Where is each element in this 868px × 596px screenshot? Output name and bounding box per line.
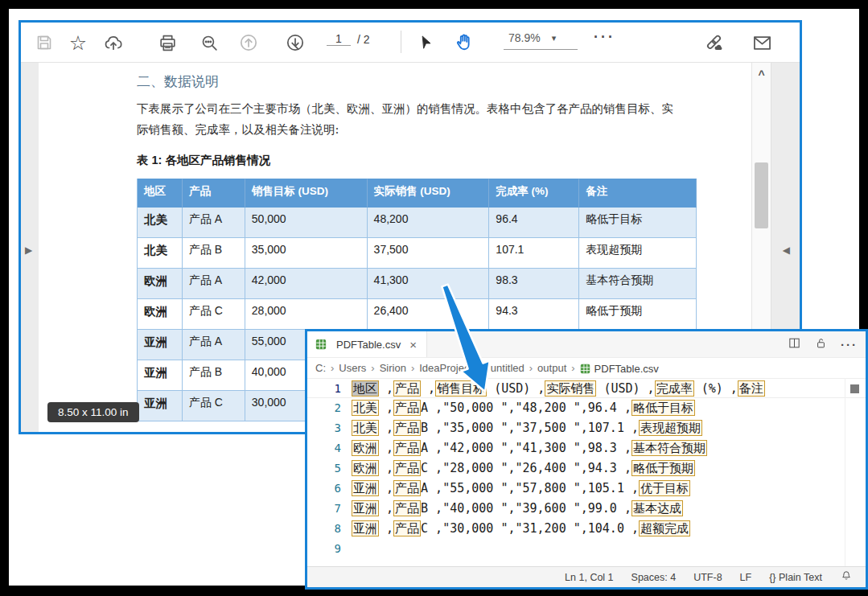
- email-icon[interactable]: [749, 31, 775, 55]
- breadcrumb-item[interactable]: C:: [315, 362, 326, 374]
- plain-text: ,: [379, 461, 393, 475]
- table-cell: 产品 C: [183, 391, 245, 421]
- table-cell: 48,200: [368, 208, 490, 238]
- table-cell: 欧洲: [138, 269, 183, 299]
- table-cell: 北美: [138, 208, 183, 238]
- table-header-cell: 完成率 (%): [489, 179, 579, 208]
- line-content: 欧洲 ,产品C ,"28,000 ","26,400 ",94.3 ,略低于预期: [352, 458, 695, 479]
- highlighted-text: 表现超预期: [639, 420, 702, 436]
- more-options-icon[interactable]: ···: [594, 29, 615, 46]
- line-number: 8: [307, 519, 341, 539]
- save-icon[interactable]: [31, 31, 57, 55]
- table-cell: 略低于目标: [579, 208, 697, 238]
- table-header-cell: 备注: [579, 179, 697, 208]
- code-line[interactable]: 4欧洲 ,产品A ,"42,000 ","41,300 ",98.3 ,基本符合…: [307, 438, 866, 458]
- table-cell: 产品 A: [183, 208, 245, 238]
- braces-icon: {}: [769, 572, 775, 583]
- code-line[interactable]: 2北美 ,产品A ,"50,000 ","48,200 ",96.4 ,略低于目…: [307, 398, 866, 418]
- favorite-star-icon[interactable]: ☆: [65, 31, 91, 55]
- status-indentation[interactable]: Spaces: 4: [631, 572, 677, 583]
- line-content: 亚洲 ,产品B ,"40,000 ","39,600 ",99.0 ,基本达成: [352, 499, 683, 519]
- breadcrumb-item[interactable]: output: [537, 362, 566, 374]
- code-line[interactable]: 6亚洲 ,产品A ,"55,000 ","57,800 ",105.1 ,优于目…: [307, 479, 866, 499]
- highlighted-text: 略低于预期: [631, 460, 695, 476]
- code-line[interactable]: 9: [307, 539, 866, 559]
- table-cell: 表现超预期: [579, 238, 697, 269]
- table-cell: 98.3: [489, 269, 579, 299]
- line-number: 6: [307, 479, 341, 499]
- table-cell: 26,400: [368, 299, 490, 330]
- breadcrumb-item[interactable]: untitled: [491, 362, 525, 374]
- tab-pdftable-csv[interactable]: PDFTable.csv ×: [307, 331, 427, 357]
- plain-text: (%) ,: [694, 381, 738, 396]
- tab-label: PDFTable.csv: [336, 339, 401, 351]
- plain-text: ,: [379, 421, 393, 435]
- breadcrumb-item[interactable]: Sirion: [380, 362, 406, 374]
- table-header-cell: 实际销售 (USD): [368, 179, 490, 208]
- split-editor-icon[interactable]: [788, 336, 801, 353]
- highlighted-text: 亚洲: [352, 520, 379, 536]
- line-number: 9: [307, 539, 341, 559]
- line-number: 2: [307, 398, 341, 418]
- table-header-cell: 销售目标 (USD): [245, 179, 368, 208]
- plain-text: ,: [379, 401, 393, 415]
- code-editor-window: PDFTable.csv × ··· C:›Users›Sirion›IdeaP…: [305, 329, 868, 590]
- collapse-right-panel-icon[interactable]: ◀: [783, 245, 790, 256]
- zoom-control[interactable]: 78.9% ▾: [504, 31, 578, 50]
- cloud-upload-icon[interactable]: [101, 31, 126, 55]
- status-eol[interactable]: LF: [740, 572, 752, 583]
- print-icon[interactable]: [154, 31, 180, 55]
- code-line[interactable]: 5欧洲 ,产品C ,"28,000 ","26,400 ",94.3 ,略低于预…: [307, 458, 866, 479]
- highlighted-text: 北美: [352, 420, 379, 436]
- status-cursor-position[interactable]: Ln 1, Col 1: [565, 572, 613, 583]
- unlock-icon[interactable]: [814, 336, 828, 353]
- pdf-toolbar: ☆ 1 / 2: [21, 23, 800, 63]
- code-line[interactable]: 1地区 ,产品 ,销售目标 (USD) ,实际销售 (USD) ,完成率 (%)…: [307, 378, 866, 398]
- table-row: 北美产品 A50,00048,20096.4略低于目标: [138, 208, 697, 238]
- line-content: 亚洲 ,产品C ,"30,000 ","31,200 ",104.0 ,超额完成: [352, 519, 690, 539]
- close-tab-icon[interactable]: ×: [409, 338, 417, 351]
- page-number-input[interactable]: 1: [327, 32, 351, 46]
- document-heading: 二、数据说明: [137, 72, 219, 91]
- highlighted-text: 产品: [393, 520, 421, 536]
- editor-scrollbar[interactable]: [845, 378, 866, 566]
- scrollbar-thumb[interactable]: [755, 162, 768, 228]
- line-content: 欧洲 ,产品A ,"42,000 ","41,300 ",98.3 ,基本符合预…: [352, 438, 707, 458]
- page-down-icon[interactable]: [282, 31, 308, 55]
- breadcrumb-item[interactable]: PDFTable.csv: [580, 362, 659, 375]
- breadcrumb-item[interactable]: IdeaProjects: [419, 362, 477, 374]
- highlighted-text: 地区: [352, 380, 379, 397]
- code-line[interactable]: 8亚洲 ,产品C ,"30,000 ","31,200 ",104.0 ,超额完…: [307, 519, 866, 539]
- scroll-up-icon[interactable]: ^: [752, 63, 771, 87]
- table-cell: 50,000: [245, 208, 368, 238]
- hand-tool-icon[interactable]: [452, 31, 478, 55]
- code-line[interactable]: 7亚洲 ,产品B ,"40,000 ","39,600 ",99.0 ,基本达成: [307, 499, 866, 519]
- highlighted-text: 优于目标: [639, 480, 690, 496]
- table-cell: 产品 B: [183, 238, 245, 269]
- highlighted-text: 亚洲: [352, 500, 379, 516]
- highlight-link-icon[interactable]: [701, 31, 726, 55]
- table-cell: 欧洲: [138, 299, 183, 330]
- select-cursor-icon[interactable]: [413, 31, 439, 55]
- zoom-level-label: 78.9%: [508, 31, 541, 44]
- status-encoding[interactable]: UTF-8: [693, 572, 722, 583]
- table-header-cell: 地区: [138, 179, 183, 208]
- expand-left-panel-icon[interactable]: ▶: [25, 245, 32, 256]
- plain-text: (USD) ,: [596, 381, 654, 396]
- search-document-icon[interactable]: [196, 31, 222, 55]
- code-editor-content[interactable]: 1地区 ,产品 ,销售目标 (USD) ,实际销售 (USD) ,完成率 (%)…: [307, 378, 866, 566]
- page-up-icon[interactable]: [236, 31, 261, 55]
- status-language-mode[interactable]: {} Plain Text: [769, 572, 822, 583]
- line-content: 北美 ,产品A ,"50,000 ","48,200 ",96.4 ,略低于目标: [352, 398, 695, 418]
- table-cell: 产品 C: [183, 299, 245, 330]
- breadcrumb-item[interactable]: Users: [339, 362, 366, 374]
- editor-tab-bar: PDFTable.csv × ···: [307, 331, 866, 358]
- table-row: 欧洲产品 C28,00026,40094.3略低于预期: [138, 299, 697, 330]
- highlighted-text: 产品: [393, 380, 421, 397]
- highlighted-text: 产品: [393, 460, 421, 476]
- table-cell: 产品 A: [183, 269, 245, 299]
- code-line[interactable]: 3北美 ,产品B ,"35,000 ","37,500 ",107.1 ,表现超…: [307, 418, 866, 438]
- more-actions-icon[interactable]: ···: [841, 338, 858, 351]
- notifications-bell-icon[interactable]: [840, 569, 853, 585]
- plain-text: ,: [379, 381, 393, 396]
